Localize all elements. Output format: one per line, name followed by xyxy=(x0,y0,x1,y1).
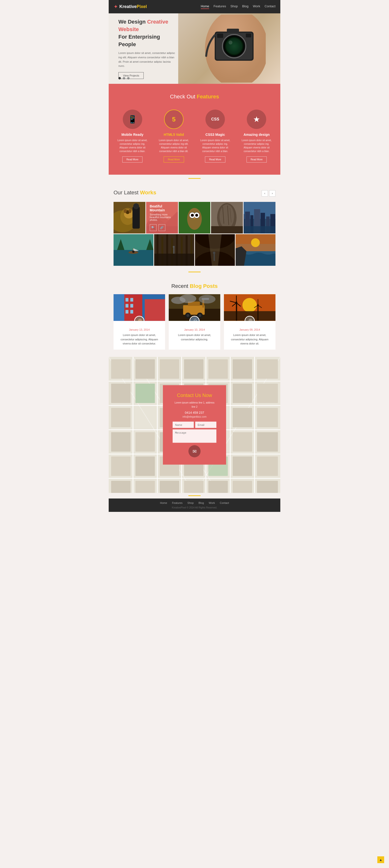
footer-link-shop[interactable]: Shop xyxy=(187,501,194,504)
design-title: Amazing design xyxy=(240,133,273,136)
svg-rect-179 xyxy=(160,481,179,493)
separator-line xyxy=(188,178,201,179)
svg-point-16 xyxy=(129,209,131,213)
blog-date-2: January 10, 2014 xyxy=(172,328,217,331)
works-prev-button[interactable]: ‹ xyxy=(262,190,268,196)
blog-card-3: January 09, 2014 Lorem ipsum dolor sit a… xyxy=(224,294,275,349)
svg-rect-90 xyxy=(130,310,133,314)
blog-body-1: January 13, 2014 Lorem ipsum dolor sit a… xyxy=(114,321,165,349)
design-readmore-button[interactable]: Read More xyxy=(246,156,267,162)
features-title: Check Out Features xyxy=(114,94,275,100)
footer-link-home[interactable]: Home xyxy=(160,501,167,504)
nav-features[interactable]: Features xyxy=(213,4,226,9)
works-section: Our Latest Works ‹ › xyxy=(109,182,280,268)
contact-message-input[interactable] xyxy=(173,429,216,443)
svg-point-29 xyxy=(195,214,198,217)
svg-rect-8 xyxy=(217,33,223,38)
hero-description: Lorem ipsum dolor sit amet, consectetur … xyxy=(118,51,177,68)
svg-rect-145 xyxy=(111,359,130,379)
svg-point-100 xyxy=(186,314,189,317)
html5-icon: 5 xyxy=(172,116,176,123)
mobile-title: Mobile Ready xyxy=(116,133,149,136)
contact-box: Contact Us Now Lorem ipsum address line … xyxy=(163,385,226,464)
nav-work[interactable]: Work xyxy=(253,4,260,9)
svg-rect-147 xyxy=(160,359,179,379)
hero-section: We Design Creative Website For Enterpris… xyxy=(109,13,280,84)
html5-desc: Lorem ipsum dolor sit amet, consectetur … xyxy=(157,138,190,153)
svg-rect-89 xyxy=(125,310,128,314)
blog-text-2: Lorem ipsum dolor sit amet, consectetur … xyxy=(172,333,217,342)
blog-section: Recent Blog Posts xyxy=(109,276,280,357)
logo-icon: ✦ xyxy=(114,4,118,10)
svg-rect-149 xyxy=(208,359,228,379)
contact-address: Lorem ipsum address line 1, address line… xyxy=(173,400,216,409)
contact-submit-button[interactable]: ✉ xyxy=(188,445,201,457)
svg-rect-17 xyxy=(132,207,140,228)
work-featured-desc: Something more beautiful mountains photo… xyxy=(150,213,174,221)
svg-rect-66 xyxy=(154,254,194,266)
logo-kreative: Kreative xyxy=(119,4,137,9)
svg-point-74 xyxy=(213,252,215,254)
blog-image-3 xyxy=(224,294,275,321)
svg-rect-9 xyxy=(246,33,251,37)
svg-rect-34 xyxy=(211,226,243,234)
svg-rect-178 xyxy=(136,481,155,493)
svg-rect-161 xyxy=(111,408,130,427)
work-img-rock xyxy=(211,202,243,234)
nav-home[interactable]: Home xyxy=(201,4,209,9)
html5-readmore-button[interactable]: Read More xyxy=(163,156,184,162)
contact-form xyxy=(173,422,216,443)
css3-readmore-button[interactable]: Read More xyxy=(205,156,225,162)
mobile-readmore-button[interactable]: Read More xyxy=(122,156,143,162)
work-search-button[interactable]: 🔍 xyxy=(150,224,156,231)
logo: ✦ KreativePixel xyxy=(114,4,147,10)
svg-rect-163 xyxy=(233,408,252,427)
css3-desc: Lorem ipsum dolor sit amet, consectetur … xyxy=(199,138,232,153)
svg-point-28 xyxy=(190,214,193,217)
work-img-dog xyxy=(114,202,145,234)
nav-contact[interactable]: Contact xyxy=(265,4,275,9)
footer-link-blog[interactable]: Blog xyxy=(199,501,204,504)
work-item-wood xyxy=(154,234,194,266)
work-item-lake xyxy=(114,234,153,266)
blog-grid: January 13, 2014 Lorem ipsum dolor sit a… xyxy=(114,294,275,349)
work-overlay-mountain: Beatiful Mountain Something more beautif… xyxy=(146,202,178,234)
nav-shop[interactable]: Shop xyxy=(231,4,238,9)
work-img-owl xyxy=(179,202,211,234)
svg-rect-84 xyxy=(114,294,124,321)
contact-title: Contact Us Now xyxy=(173,392,216,398)
footer-link-work[interactable]: Work xyxy=(209,501,215,504)
footer-link-features[interactable]: Features xyxy=(172,501,182,504)
camera-svg xyxy=(193,14,266,83)
work-featured-title: Beatiful Mountain xyxy=(150,204,174,212)
work-img-wave xyxy=(236,234,275,266)
view-projects-button[interactable]: View Projects xyxy=(118,72,144,79)
footer: Home Features Shop Blog Work Contact Kre… xyxy=(109,498,280,512)
logo-text: KreativePixel xyxy=(119,4,147,9)
logo-pixel: Pixel xyxy=(137,4,147,9)
svg-point-106 xyxy=(199,295,215,303)
hero-heading: We Design Creative Website For Enterpris… xyxy=(118,18,177,48)
blog-image-1 xyxy=(114,294,165,321)
footer-link-contact[interactable]: Contact xyxy=(220,501,229,504)
contact-email-input[interactable] xyxy=(195,422,216,428)
work-img-wood xyxy=(154,234,194,266)
contact-name-input[interactable] xyxy=(173,422,194,428)
author-avatar-2 xyxy=(190,316,200,321)
svg-rect-183 xyxy=(257,481,278,493)
css3-icon-circle: CSS xyxy=(205,110,225,129)
work-item-city xyxy=(244,202,275,234)
svg-rect-122 xyxy=(258,304,259,321)
html5-icon-circle: 5 xyxy=(164,110,184,129)
work-overlay-icons: 🔍 🔗 xyxy=(150,224,174,231)
svg-point-56 xyxy=(132,250,135,253)
svg-rect-158 xyxy=(257,383,278,403)
feature-mobile: 📱 Mobile Ready Lorem ipsum dolor sit ame… xyxy=(114,107,151,165)
svg-point-5 xyxy=(227,39,241,54)
svg-point-18 xyxy=(133,203,139,209)
nav-blog[interactable]: Blog xyxy=(242,4,248,9)
works-title: Our Latest Works xyxy=(114,189,156,196)
work-link-button[interactable]: 🔗 xyxy=(158,224,165,231)
works-next-button[interactable]: › xyxy=(269,190,275,196)
svg-rect-159 xyxy=(136,383,155,403)
